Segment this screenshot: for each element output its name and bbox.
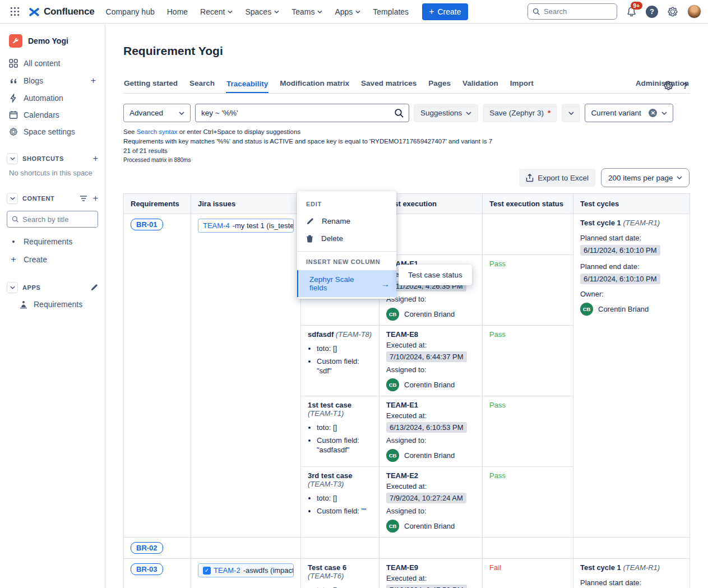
test-case-cell: 1st test case (TEAM-T1) toto: [] Custom … — [301, 396, 380, 467]
nav-company-hub[interactable]: Company hub — [106, 7, 155, 16]
sidebar-item-calendars[interactable]: Calendars — [4, 107, 100, 123]
notifications-button[interactable]: 9+ — [626, 6, 637, 17]
tab-getting-started[interactable]: Getting started — [123, 76, 178, 93]
zephyr-fields-submenu-item-test-case-status[interactable]: Test case status — [399, 265, 472, 285]
search-icon[interactable] — [394, 108, 404, 118]
nav-spaces[interactable]: Spaces — [245, 7, 279, 16]
content-item-requirements[interactable]: • Requirements — [4, 233, 100, 249]
content-create[interactable]: + Create — [4, 251, 100, 268]
col-jira-issues: Jira issues — [191, 194, 301, 214]
menu-section-insert: INSERT NEW COLUMN — [297, 252, 396, 270]
app-tabs: Getting started Search Traceability Modi… — [123, 76, 690, 94]
tab-import[interactable]: Import — [510, 76, 534, 93]
nav-recent[interactable]: Recent — [200, 7, 233, 16]
chevron-down-icon — [179, 112, 184, 115]
add-blog-icon[interactable]: + — [91, 76, 96, 86]
requirement-yogi-app-icon — [19, 300, 28, 309]
syntax-hint: See Search syntax or enter Ctrl+Space to… — [123, 128, 690, 135]
sidebar-item-automation[interactable]: Automation — [4, 90, 100, 106]
search-mode-select[interactable]: Advanced — [123, 104, 191, 122]
create-button[interactable]: + Create — [422, 3, 468, 20]
chevron-down-icon — [274, 10, 279, 13]
save-button[interactable]: Save (Zephyr 3) * — [483, 104, 557, 122]
test-case-cell: Test case 6 (TEAM-T6) toto: [] Custom fi… — [301, 559, 380, 588]
confluence-logo[interactable]: Confluence — [28, 6, 95, 18]
items-per-page-select[interactable]: 200 items per page — [601, 168, 690, 187]
status-cell — [483, 214, 573, 255]
table-header-row: Requirements Jira issues Test cases Test… — [124, 194, 690, 214]
nav-templates[interactable]: Templates — [373, 7, 409, 16]
test-cycle-cell: Test cycle 1 (TEAM-R1) Planned start dat… — [573, 214, 690, 538]
add-content-icon[interactable]: + — [93, 193, 98, 203]
tab-validation[interactable]: Validation — [462, 76, 499, 93]
export-to-excel-button[interactable]: Export to Excel — [519, 169, 595, 187]
tab-saved-matrices[interactable]: Saved matrices — [360, 76, 417, 93]
global-search-input[interactable] — [527, 3, 617, 20]
requirement-key-badge[interactable]: BR-02 — [131, 542, 163, 554]
chevron-down-icon — [466, 112, 471, 115]
menu-item-rename[interactable]: Rename — [297, 212, 396, 230]
jira-issue-link[interactable]: ✓ TEAM-2-aswdfs (impacts) — [198, 563, 294, 577]
assignee-person: CB Corentin Briand — [386, 449, 475, 462]
global-search-field[interactable] — [544, 7, 605, 16]
tab-traceability[interactable]: Traceability — [226, 76, 269, 94]
app-help-icon[interactable]: ? — [683, 81, 688, 90]
test-execution-cell: TEAM-E2 Executed at: 7/9/2024, 10:27:24 … — [380, 467, 483, 538]
apps-item-requirements[interactable]: Requirements — [4, 297, 100, 312]
app-settings-gear-icon[interactable] — [663, 80, 674, 91]
content-search-field[interactable] — [22, 215, 90, 224]
results-count: 21 of 21 results — [123, 147, 690, 154]
date-badge: 7/10/2024, 6:47:50 PM — [386, 585, 467, 588]
status-cell: Pass — [483, 255, 573, 326]
status-cell: Pass — [483, 467, 573, 538]
tab-search[interactable]: Search — [189, 76, 215, 93]
table-row: BR-03 ✓ TEAM-2-aswdfs (impacts) Test cas… — [124, 559, 690, 588]
user-avatar[interactable] — [687, 4, 701, 18]
clear-variant-icon[interactable]: ✕ — [649, 109, 657, 117]
plus-icon: + — [9, 254, 18, 265]
requirement-key-badge[interactable]: BR-01 — [131, 219, 163, 230]
collapse-apps-icon[interactable] — [7, 282, 18, 293]
jira-issue-link[interactable]: TEAM-4-my test 1 (is_tested_by) — [198, 219, 294, 233]
content-search-box[interactable] — [7, 211, 98, 228]
collapse-shortcuts-icon[interactable] — [7, 153, 18, 164]
menu-item-zephyr-scale-fields[interactable]: Zephyr Scale fields → — [297, 270, 396, 297]
edit-pencil-icon[interactable] — [90, 284, 98, 291]
menu-item-delete[interactable]: Delete — [297, 230, 396, 247]
app-switcher-icon[interactable] — [7, 4, 22, 20]
trash-icon — [306, 235, 313, 243]
space-header[interactable]: Demo Yogi — [4, 32, 100, 55]
settings-gear-icon[interactable] — [667, 6, 678, 17]
tab-modification-matrix[interactable]: Modification matrix — [279, 76, 350, 93]
content-section-header: CONTENT + — [4, 187, 100, 207]
nav-home[interactable]: Home — [167, 7, 188, 16]
date-badge: 7/10/2024, 6:44:37 PM — [386, 351, 467, 362]
search-syntax-link[interactable]: Search syntax — [137, 128, 178, 135]
query-input-box[interactable] — [195, 104, 409, 122]
save-options-button[interactable] — [562, 104, 580, 122]
export-icon — [526, 174, 534, 182]
sidebar-item-blogs[interactable]: Blogs + — [4, 72, 100, 89]
owner-person: CB Corentin Briand — [580, 303, 683, 316]
nav-teams[interactable]: Teams — [291, 7, 322, 16]
traceability-matrix-table: Requirements Jira issues Test cases Test… — [123, 193, 690, 588]
table-row: BR-02 — [124, 538, 690, 559]
sidebar-item-all-content[interactable]: All content — [4, 55, 100, 71]
shortcuts-section-header: SHORTCUTS + — [4, 147, 100, 168]
arrow-right-icon: → — [381, 279, 390, 289]
nav-apps[interactable]: Apps — [335, 7, 360, 16]
add-shortcut-icon[interactable]: + — [93, 154, 98, 164]
date-badge: 6/11/2024, 6:10:10 PM — [580, 274, 660, 284]
query-input[interactable] — [201, 109, 394, 117]
confluence-logo-icon — [28, 6, 40, 18]
filter-icon[interactable] — [80, 195, 87, 202]
requirement-key-badge[interactable]: BR-03 — [131, 563, 163, 575]
main-content: Requirement Yogi ? Getting started Searc… — [105, 24, 708, 588]
variant-select[interactable]: Current variant ✕ — [585, 104, 673, 122]
collapse-content-icon[interactable] — [7, 193, 18, 204]
menu-section-edit: EDIT — [297, 195, 396, 212]
suggestions-button[interactable]: Suggestions — [414, 104, 478, 122]
sidebar-item-space-settings[interactable]: Space settings — [4, 124, 100, 140]
help-icon[interactable]: ? — [646, 6, 658, 18]
tab-pages[interactable]: Pages — [428, 76, 451, 93]
